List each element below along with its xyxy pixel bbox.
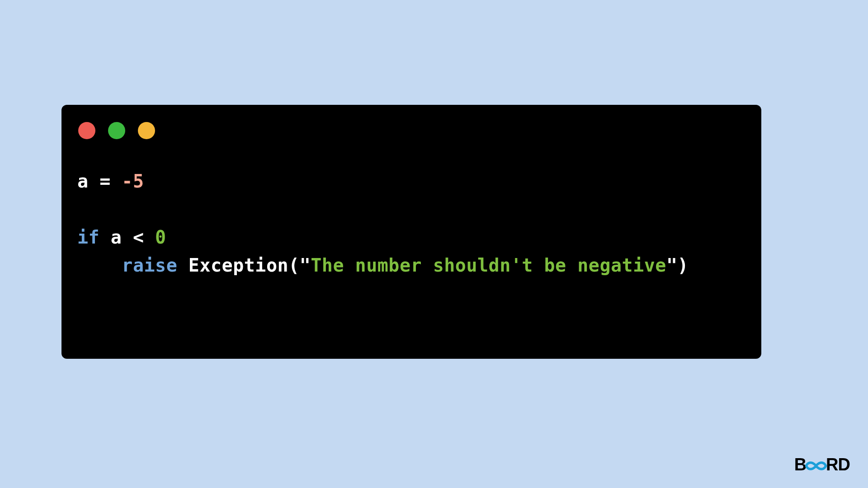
code-token-op: < — [122, 227, 155, 248]
brand-logo: B RD — [794, 455, 850, 474]
code-content: a = -5 if a < 0 raise Exception("The num… — [77, 167, 745, 279]
code-token-keyword: if — [77, 227, 99, 248]
close-icon — [78, 122, 95, 139]
code-token-quote: " — [300, 255, 311, 276]
window-controls — [78, 122, 745, 139]
code-token-func: Exception( — [189, 255, 300, 276]
code-token-space — [99, 227, 111, 248]
infinity-icon — [805, 455, 827, 474]
code-token-number: -5 — [122, 171, 144, 192]
code-token-assign: = — [89, 171, 122, 192]
code-token-keyword: raise — [122, 255, 177, 276]
code-token-var: a — [111, 227, 122, 248]
code-token-quote: " — [666, 255, 678, 276]
brand-letter-rd: RD — [826, 455, 850, 474]
brand-letter-b: B — [794, 455, 806, 474]
code-token-space — [177, 255, 189, 276]
maximize-icon — [138, 122, 155, 139]
code-token-string: The number shouldn't be negative — [311, 255, 666, 276]
code-window: a = -5 if a < 0 raise Exception("The num… — [61, 105, 761, 359]
code-token-number: 0 — [155, 227, 166, 248]
code-token-var: a — [77, 171, 89, 192]
code-token-indent — [77, 255, 122, 276]
code-token-paren: ) — [677, 255, 689, 276]
minimize-icon — [108, 122, 125, 139]
